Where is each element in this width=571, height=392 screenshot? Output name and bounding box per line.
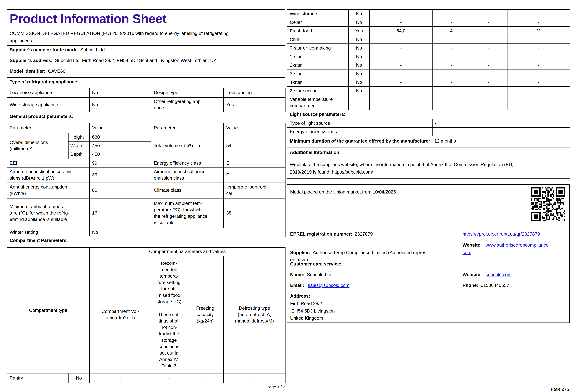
model-identifier-row: Model identifier:CAVE60 — [7, 67, 285, 78]
supplier-website-row: Website: www.authorisedrepcompliance. co… — [463, 242, 568, 256]
guarantee-label: Minimum duration of the guarantee offere… — [290, 138, 432, 144]
cell-sublabel: Width — [68, 141, 90, 150]
customer-care-heading: Customer care service: — [290, 261, 341, 266]
cell-value: C — [224, 168, 286, 182]
cell-value: - — [224, 373, 286, 383]
cell-label: Wine storage appliance: — [7, 97, 90, 112]
cell-value: - — [370, 52, 432, 61]
type-table-section: Low-noise appliance: No Design type: fre… — [7, 88, 285, 112]
guarantee-value: 12 months — [434, 138, 456, 144]
cell-compartment: Pantry — [7, 373, 68, 383]
cell-value: - — [432, 78, 470, 86]
col-header: Parameter — [7, 123, 90, 133]
cell-value: 38 — [224, 198, 286, 228]
cell-label: Other refrigerating appli- ance: — [151, 97, 224, 112]
cell-value: No — [90, 228, 151, 237]
table-row: 0-star or ice-making No - - - - — [287, 44, 570, 52]
cell-value: - — [187, 373, 224, 383]
table-row: 2-star section No - - - - — [287, 86, 570, 95]
cell-label: Energy efficiency class — [287, 127, 432, 136]
qr-code — [531, 187, 565, 221]
cell-value: E — [224, 159, 286, 168]
weblink-cell: Weblink to the supplier's website, where… — [287, 159, 570, 178]
col-header-compartment-type: Compartment type — [7, 247, 90, 373]
guarantee-cell: Minimum duration of the guarantee offere… — [287, 136, 570, 148]
table-row: Light source parameters: — [287, 110, 570, 119]
document-canvas: Product Information Sheet COMMISSION DEL… — [0, 0, 571, 392]
cell-yesno: - — [348, 95, 370, 110]
page-2: Wine storage No - - - - Cellar No - - - … — [287, 9, 570, 392]
care-phone-value: 01506440557 — [481, 283, 509, 288]
cell-value: - — [370, 10, 432, 18]
cell-label: Maximum ambient tem- perature (ºC), for … — [151, 198, 224, 228]
model-identifier-label: Model identifier: — [10, 68, 45, 74]
cell-value: - — [432, 119, 570, 127]
page-1: Product Information Sheet COMMISSION DEL… — [7, 9, 285, 392]
supplier-name-row: Supplier's name or trade mark:Subcold Lt… — [7, 45, 285, 56]
eprel-link[interactable]: https://eprel.ec.europa.eu/qr/2327879 — [463, 231, 540, 237]
cell-value: - — [432, 44, 470, 52]
care-name-value: Subcold Ltd — [307, 272, 331, 277]
cell-value: - — [432, 61, 470, 69]
cell-yesno: No — [348, 86, 370, 95]
address-label: Address: — [290, 293, 310, 299]
cell-compartment: Variable temperature compartment — [287, 95, 348, 110]
col-header-temperature: Recom- mended tempera- ture setting for … — [151, 256, 187, 373]
type-heading: Type of refrigerating appliance: — [10, 79, 79, 84]
cell-compartment: Fresh food — [287, 27, 348, 35]
cell-label: Total volume (dm³ or l) — [151, 133, 224, 159]
cell-value: - — [432, 52, 470, 61]
table-row: Wine storage appliance: No Other refrige… — [7, 97, 286, 112]
cell-value: 80 — [90, 182, 151, 198]
general-params-table: Parameter Value Parameter Value Overal d… — [7, 123, 286, 237]
cell-value: - — [370, 35, 432, 44]
page1-header-block: Product Information Sheet COMMISSION DEL… — [7, 9, 285, 46]
cell-value: - — [470, 86, 507, 95]
supplier-website-label: Website: — [463, 242, 482, 248]
page2-table-section: Wine storage No - - - - Cellar No - - - … — [287, 9, 570, 178]
regulation-subtitle: COMMISSION DELEGATED REGULATION (EU) 201… — [7, 26, 285, 44]
care-website-link[interactable]: subcold.com — [486, 272, 512, 277]
cell-value: - — [151, 373, 187, 383]
supplier-label: Supplier: — [290, 250, 310, 255]
light-source-heading: Light source parameters: — [290, 112, 346, 117]
cell-compartment: Chill — [287, 35, 348, 44]
compartment-heading: Compartment Parameters: — [10, 238, 68, 243]
cell-value: 450 — [90, 141, 151, 150]
cell-value: No — [90, 97, 151, 112]
cell-compartment: 4-star — [287, 78, 348, 86]
model-identifier-value: CAVE60 — [48, 68, 65, 74]
table-row: Pantry No - - - - — [7, 373, 286, 383]
cell-label: Annual energy consumption (kWh/a) — [7, 182, 90, 198]
table-row: Additional information: — [287, 148, 570, 159]
eprel-label: EPREL registration number: — [290, 231, 352, 237]
table-row: Parameter Value Parameter Value — [7, 123, 286, 133]
cell-value: 4 — [432, 27, 470, 35]
col-header-defrosting: Defrosting type (auto-defrost=A, manual … — [224, 256, 286, 373]
cell-value: - — [432, 95, 470, 110]
cell-value: - — [432, 35, 470, 44]
cell-value: - — [470, 18, 507, 27]
care-email-link[interactable]: sales@subcold.com — [308, 283, 349, 288]
table-row: EEI 99 Energy efficiency class E — [7, 159, 286, 168]
cell-value: 16 — [90, 198, 151, 228]
cell-value: - — [507, 52, 570, 61]
cell-value: - — [507, 61, 570, 69]
cell-label: Airborne acoustical noise emission class — [151, 168, 224, 182]
cell-value: - — [507, 86, 570, 95]
page2-footer: Page 2 / 2 — [287, 387, 570, 391]
table-row: Weblink to the supplier's website, where… — [287, 159, 570, 178]
cell-label: Overal dimensions (millimetre) — [7, 133, 68, 159]
address-lines: Firth Road 28/2 EH54 5DJ Livingston Unit… — [290, 300, 335, 322]
general-heading: General product parameters: — [10, 113, 73, 119]
cell-label: Airborne acoustical noise emis- sions (d… — [7, 168, 90, 182]
table-row: Compartment type Compartment parameters … — [7, 247, 286, 256]
col-header-volume: Compartment Vol- ume (dm³ or l) — [90, 256, 151, 373]
cell-label: Low-noise appliance: — [7, 88, 90, 97]
cell-value: - — [470, 10, 507, 18]
cell-yesno: No — [348, 78, 370, 86]
cell-value: temperate, subtropi- cal — [224, 182, 286, 198]
compartment-heading-row: Compartment Parameters: — [7, 236, 285, 248]
cell-value: - — [370, 18, 432, 27]
light-source-heading-cell: Light source parameters: — [287, 110, 570, 119]
